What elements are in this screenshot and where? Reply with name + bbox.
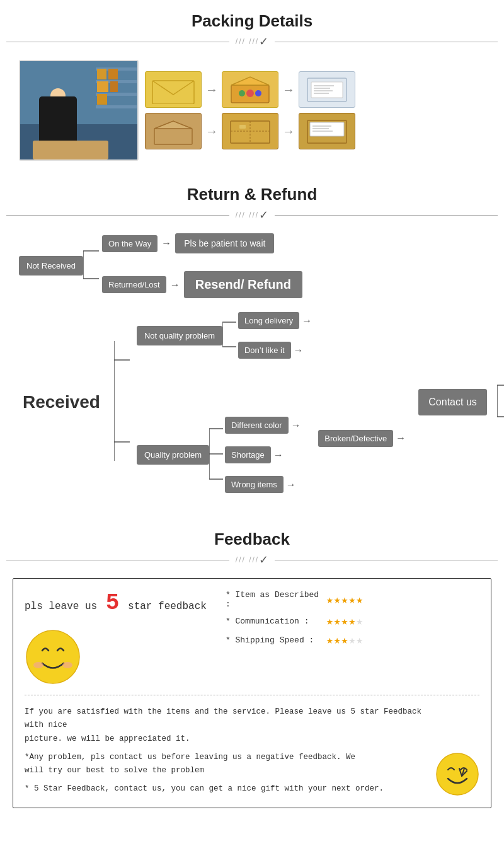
svg-rect-9 bbox=[110, 81, 118, 92]
communication-row: * Communication : ★★★★★ bbox=[226, 614, 479, 628]
svg-point-22 bbox=[246, 90, 254, 97]
feedback-text-2: *Any problem, pls contact us before leav… bbox=[25, 751, 423, 778]
packing-row-1: → → bbox=[145, 71, 485, 108]
svg-rect-10 bbox=[97, 94, 107, 105]
feedback-top: pls leave us 5 star feedback bbox=[25, 590, 479, 695]
packing-grid: → → bbox=[19, 60, 485, 161]
svg-rect-40 bbox=[310, 122, 344, 136]
tagline-pre: pls leave us bbox=[25, 601, 97, 612]
brown-labeled-box bbox=[299, 113, 355, 149]
svg-point-63 bbox=[437, 753, 478, 795]
refund-section: Return & Refund /// /// ✓ Not Received O… bbox=[0, 185, 504, 518]
wrong-items-row: Wrong items → bbox=[225, 476, 301, 493]
svg-rect-12 bbox=[50, 103, 66, 125]
branch-svg-received bbox=[114, 328, 133, 473]
svg-rect-7 bbox=[108, 69, 118, 79]
branch-svg-nr bbox=[83, 240, 102, 290]
svg-point-60 bbox=[26, 630, 79, 683]
svg-point-61 bbox=[33, 662, 43, 668]
smiley-icon bbox=[25, 629, 81, 685]
refund-divider: /// /// ✓ bbox=[0, 208, 504, 222]
branch-svg-q bbox=[209, 422, 225, 485]
svg-rect-8 bbox=[97, 81, 108, 92]
contact-us-block: Contact us bbox=[418, 389, 486, 415]
feedback-section: Feedback /// /// ✓ pls leave us 5 star f… bbox=[0, 530, 504, 821]
not-received-label: Not Received bbox=[19, 256, 83, 276]
packing-steps: → → bbox=[145, 71, 485, 149]
packing-divider: /// /// ✓ bbox=[0, 35, 504, 49]
on-the-way-row: On the Way → Pls be patient to wait bbox=[102, 233, 302, 253]
branch-svg-results bbox=[497, 369, 504, 432]
received-flow: Received Not quality problem bbox=[13, 311, 491, 499]
feedback-tagline: pls leave us 5 star feedback bbox=[25, 590, 207, 616]
envelope-box bbox=[145, 71, 202, 108]
quality-block: Quality problem Different color → bbox=[137, 417, 312, 493]
long-delivery-row: Long delivery → bbox=[238, 312, 312, 329]
packing-content: → → bbox=[0, 60, 504, 173]
quality-label: Quality problem bbox=[137, 445, 209, 465]
svg-rect-16 bbox=[39, 136, 77, 158]
broken-row: Broken/Defective → bbox=[318, 430, 406, 447]
shipping-speed-label: * Shipping Speed : bbox=[226, 635, 326, 645]
svg-rect-19 bbox=[152, 81, 194, 104]
received-label: Received bbox=[13, 386, 110, 419]
returned-lost-label: Returned/Lost bbox=[102, 276, 166, 293]
feedback-ratings: * Item as Described : ★★★★★ * Communicat… bbox=[226, 590, 479, 652]
labeled-box-1 bbox=[299, 71, 355, 108]
communication-stars: ★★★★★ bbox=[326, 614, 364, 628]
not-quality-label: Not quality problem bbox=[137, 326, 222, 345]
svg-point-62 bbox=[62, 662, 72, 668]
shipping-speed-row: * Shipping Speed : ★★★★★ bbox=[226, 633, 479, 647]
svg-rect-38 bbox=[239, 125, 246, 129]
brown-open-box bbox=[145, 113, 202, 149]
tagline-post: star feedback bbox=[128, 601, 207, 612]
item-described-row: * Item as Described : ★★★★★ bbox=[226, 590, 479, 609]
feedback-title: Feedback bbox=[0, 530, 504, 549]
svg-point-24 bbox=[255, 90, 261, 96]
patient-wait-result: Pls be patient to wait bbox=[175, 233, 274, 253]
feedback-text-block: If you are satisfied with the items and … bbox=[25, 705, 423, 796]
refund-content: Not Received On the Way → Pls be patient… bbox=[0, 233, 504, 518]
warehouse-illustration bbox=[20, 61, 139, 161]
svg-rect-26 bbox=[311, 82, 343, 98]
dont-like-label: Don’t like it bbox=[238, 342, 291, 359]
open-package-box bbox=[222, 71, 278, 108]
svg-point-23 bbox=[239, 90, 245, 96]
svg-rect-14 bbox=[50, 124, 57, 137]
svg-marker-21 bbox=[231, 77, 269, 85]
not-quality-block: Not quality problem Long delivery → bbox=[137, 311, 312, 360]
wrong-items-label: Wrong items bbox=[225, 476, 284, 493]
refund-title: Return & Refund bbox=[0, 185, 504, 204]
resend-refund-result: Resend/ Refund bbox=[184, 271, 302, 298]
shortage-row: Shortage → bbox=[225, 446, 301, 463]
feedback-divider: /// /// ✓ bbox=[0, 553, 504, 567]
long-delivery-label: Long delivery bbox=[238, 312, 299, 329]
packing-photo bbox=[19, 60, 139, 161]
svg-rect-5 bbox=[96, 105, 137, 108]
feedback-left: pls leave us 5 star feedback bbox=[25, 590, 207, 687]
diff-color-row: Different color → bbox=[225, 417, 301, 434]
feedback-text-1: If you are satisfied with the items and … bbox=[25, 705, 423, 746]
feedback-content: pls leave us 5 star feedback bbox=[0, 578, 504, 821]
svg-rect-13 bbox=[44, 105, 52, 109]
svg-marker-32 bbox=[154, 121, 192, 129]
diff-color-label: Different color bbox=[225, 417, 289, 434]
broken-label: Broken/Defective bbox=[318, 430, 393, 447]
svg-rect-15 bbox=[62, 123, 68, 137]
brown-full-box bbox=[222, 113, 278, 149]
shortage-label: Shortage bbox=[225, 446, 271, 463]
smiley-bottom-icon bbox=[435, 752, 479, 796]
packing-row-2: → → bbox=[145, 113, 485, 149]
svg-rect-1 bbox=[20, 124, 139, 161]
shipping-speed-stars: ★★★★★ bbox=[326, 633, 364, 647]
packing-title: Packing Details bbox=[0, 11, 504, 31]
svg-rect-6 bbox=[97, 69, 106, 79]
on-the-way-label: On the Way bbox=[102, 235, 158, 252]
returned-lost-row: Returned/Lost → Resend/ Refund bbox=[102, 271, 302, 298]
item-described-stars: ★★★★★ bbox=[326, 593, 364, 606]
feedback-box: pls leave us 5 star feedback bbox=[13, 578, 491, 808]
branch-svg-nq bbox=[222, 311, 238, 358]
not-received-flow: Not Received On the Way → Pls be patient… bbox=[13, 233, 491, 311]
feedback-bottom: If you are satisfied with the items and … bbox=[25, 705, 479, 796]
feedback-text-3: * 5 Star Feedback, contact us, you can g… bbox=[25, 782, 423, 796]
